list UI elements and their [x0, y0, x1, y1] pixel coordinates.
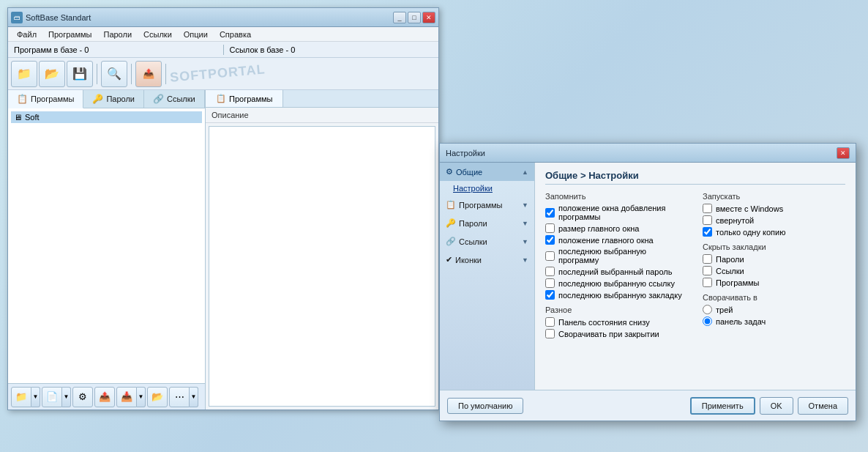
cb-last-bookmark[interactable] [545, 290, 555, 300]
tab-passwords[interactable]: 🔑 Пароли [83, 90, 144, 108]
nav-programs-icon: 📋 [446, 200, 456, 210]
tab-programs[interactable]: 📋 Программы [8, 90, 83, 108]
cb-hide-passwords-input[interactable] [703, 254, 712, 264]
nav-icons-icon: ✔ [446, 255, 452, 264]
cb-main-size[interactable] [545, 223, 555, 233]
tree-item-soft-icon: 🖥 [14, 113, 22, 122]
nav-sub-settings[interactable]: Настройки [440, 181, 534, 196]
add-item-arrow[interactable]: ▼ [62, 387, 71, 407]
bottom-btn-add-group: 📁 ▼ [11, 387, 40, 407]
cb-statusbar-input[interactable] [545, 317, 555, 327]
cb-hide-links: Ссылки [703, 266, 845, 275]
settings-section-title: Общие > Настройки [545, 170, 845, 185]
add-group-arrow[interactable]: ▼ [31, 387, 40, 407]
cb-launch-minimized-input[interactable] [703, 215, 712, 225]
tab-programs-icon: 📋 [17, 94, 28, 104]
tab-passwords-icon: 🔑 [92, 94, 103, 104]
cb-window-pos-label: положение окна добавления программы [558, 204, 688, 221]
nav-item-links[interactable]: 🔗 Ссылки ▼ [440, 232, 534, 251]
cb-last-link[interactable] [545, 278, 555, 288]
toolbar-btn-open[interactable]: 📂 [39, 61, 65, 87]
more-btn[interactable]: ⋯ [169, 387, 190, 407]
right-tab-programs[interactable]: 📋 Программы [206, 90, 283, 107]
more-arrow[interactable]: ▼ [190, 387, 198, 407]
add-group-btn[interactable]: 📁 [11, 387, 31, 407]
cb-hide-programs: Программы [703, 278, 845, 287]
add-item-btn[interactable]: 📄 [42, 387, 62, 407]
radio-tray-input[interactable] [703, 305, 712, 314]
launch-section-title: Запускать [703, 192, 845, 201]
settings-dialog: Настройки ✕ ⚙ Общие ▲ Настройки 📋 Програ… [439, 143, 856, 421]
nav-item-general[interactable]: ⚙ Общие ▲ [440, 163, 534, 181]
apply-button[interactable]: Применить [690, 397, 755, 415]
toolbar-btn-export[interactable]: 📤 [135, 61, 162, 87]
tab-links-label: Ссылки [167, 95, 195, 103]
cb-statusbar: Панель состояния снизу [545, 317, 688, 327]
cb-hide-programs-input[interactable] [703, 278, 712, 287]
toolbar-sep-1 [97, 64, 97, 84]
desc-content [209, 126, 435, 407]
tree-item-soft[interactable]: 🖥 Soft [11, 111, 202, 123]
nav-item-icons[interactable]: ✔ Иконки ▼ [440, 251, 534, 269]
title-bar-buttons: _ □ ✕ [393, 12, 435, 23]
default-button[interactable]: По умолчанию [447, 398, 523, 414]
import-arrow[interactable]: ▼ [137, 387, 146, 407]
toolbar-btn-folder[interactable]: 📁 [11, 61, 37, 87]
launch-section: Запускать вместе с Windows свернутой тол… [703, 192, 845, 237]
nav-programs-chevron: ▼ [522, 201, 528, 209]
save-section: Запомнить положение окна добавления прог… [545, 192, 688, 300]
menu-file[interactable]: Файл [11, 29, 42, 40]
menu-help[interactable]: Справка [214, 29, 257, 40]
radio-taskbar-input[interactable] [703, 316, 712, 326]
cb-hide-passwords: Пароли [703, 254, 845, 264]
right-tab-programs-label: Программы [229, 95, 272, 103]
bottom-btn-settings[interactable]: ⚙ [72, 387, 93, 407]
radio-tray-label: трей [716, 305, 733, 314]
cb-hide-links-input[interactable] [703, 266, 712, 275]
cb-hide-passwords-label: Пароли [716, 255, 744, 264]
cb-single-copy-input[interactable] [703, 227, 712, 237]
menu-options[interactable]: Опции [178, 29, 214, 40]
toolbar-btn-search[interactable]: 🔍 [101, 61, 127, 87]
cb-launch-windows-input[interactable] [703, 204, 712, 213]
settings-columns: Запомнить положение окна добавления прог… [545, 192, 845, 344]
cb-row-3: последнюю выбранную программу [545, 247, 688, 264]
settings-left-col: Запомнить положение окна добавления прог… [545, 192, 688, 344]
cb-row-2: положение главного окна [545, 235, 688, 245]
settings-footer-right: Применить OK Отмена [690, 397, 848, 415]
cb-launch-windows: вместе с Windows [703, 204, 845, 213]
status-programs: Программ в базе - 0 [14, 45, 217, 54]
radio-tray: трей [703, 305, 845, 314]
cb-last-password[interactable] [545, 267, 555, 276]
tree-item-soft-label: Soft [25, 113, 40, 122]
menu-bar: Файл Программы Пароли Ссылки Опции Справ… [8, 27, 438, 42]
bottom-btn-folder[interactable]: 📂 [147, 387, 168, 407]
cancel-button[interactable]: Отмена [798, 397, 848, 415]
tab-passwords-label: Пароли [106, 95, 135, 103]
other-section: Разное Панель состояния снизу Сворачиват… [545, 305, 688, 338]
tree-area[interactable]: 🖥 Soft [8, 108, 205, 383]
nav-general-label: Общие [456, 168, 519, 177]
nav-item-programs[interactable]: 📋 Программы ▼ [440, 196, 534, 214]
main-title-bar: 🗃 SoftBase Standart _ □ ✕ [8, 8, 438, 27]
settings-content: Общие > Настройки Запомнить положение ок… [535, 163, 856, 390]
menu-links[interactable]: Ссылки [138, 29, 178, 40]
cb-window-pos[interactable] [545, 208, 555, 218]
menu-passwords[interactable]: Пароли [97, 29, 138, 40]
cb-last-program[interactable] [545, 251, 555, 261]
maximize-button[interactable]: □ [408, 12, 421, 23]
nav-item-passwords[interactable]: 🔑 Пароли ▼ [440, 214, 534, 232]
settings-close-button[interactable]: ✕ [837, 147, 850, 159]
menu-programs[interactable]: Программы [42, 29, 97, 40]
ok-button[interactable]: OK [760, 397, 793, 415]
cb-last-program-label: последнюю выбранную программу [558, 247, 688, 264]
bottom-toolbar: 📁 ▼ 📄 ▼ ⚙ 📤 📥 ▼ 📂 ⋯ ▼ [8, 383, 205, 410]
bottom-btn-export2[interactable]: 📤 [94, 387, 115, 407]
toolbar-btn-save[interactable]: 💾 [67, 61, 93, 87]
tab-links[interactable]: 🔗 Ссылки [144, 90, 205, 108]
close-button[interactable]: ✕ [422, 12, 435, 23]
cb-minimize-close-input[interactable] [545, 329, 555, 338]
cb-main-pos[interactable] [545, 235, 555, 245]
import-btn[interactable]: 📥 [116, 387, 137, 407]
minimize-button[interactable]: _ [393, 12, 406, 23]
